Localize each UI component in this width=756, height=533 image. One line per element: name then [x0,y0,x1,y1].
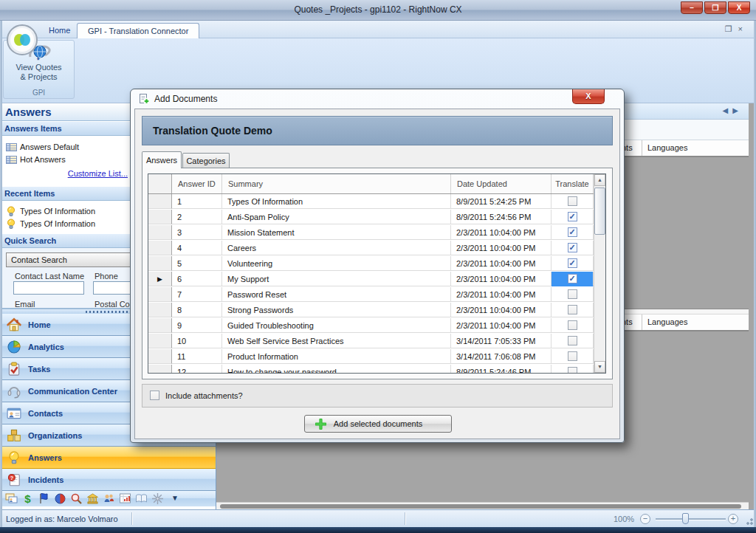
translate-checkbox[interactable] [568,305,577,314]
chart-grid-icon[interactable] [119,492,131,505]
column-languages[interactable]: Languages [647,317,687,326]
dialog-tab-answers[interactable]: Answers [142,151,182,168]
toolbar-overflow-chevron-icon[interactable]: ▼ [171,494,179,502]
add-selected-documents-label: Add selected documents [334,419,422,428]
translate-cell[interactable]: ✓ [551,210,594,224]
date-updated-cell: 8/9/2011 5:24:56 PM [451,210,551,224]
zoom-out-button[interactable]: − [640,514,650,524]
application-logo-icon[interactable] [6,24,38,56]
row-header [148,365,172,373]
add-selected-documents-button[interactable]: Add selected documents [304,415,452,433]
dollar-icon[interactable]: $ [21,492,34,505]
answer-id-cell: 12 [172,365,222,373]
table-row[interactable]: 8Strong Passwords2/3/2011 10:04:00 PM [148,303,594,318]
translate-checkbox[interactable]: ✓ [568,227,577,237]
table-row[interactable]: 3Mission Statement2/3/2011 10:04:00 PM✓ [148,225,594,241]
translate-checkbox[interactable] [568,336,577,345]
sidebar-item-answers[interactable]: Answers [0,447,216,469]
resize-grip[interactable] [744,516,753,525]
logged-in-status: Logged in as: Marcelo Volmaro [6,515,118,523]
column-languages[interactable]: Languages [647,143,687,152]
status-divider [131,512,133,525]
column-header-answer-id[interactable]: Answer ID [172,174,222,193]
zoom-slider-track[interactable] [656,518,726,520]
table-row[interactable]: 4Careers2/3/2011 10:04:00 PM✓ [148,241,594,256]
zoom-slider-thumb[interactable] [682,513,689,524]
table-row[interactable]: ▶6My Support2/3/2011 10:04:00 PM✓ [148,272,594,287]
translate-checkbox[interactable]: ✓ [568,243,577,252]
sidebar-item-incidents[interactable]: ?Incidents [0,469,216,491]
flag-icon[interactable] [38,492,50,505]
scroll-right-icon[interactable]: ▶ [732,106,743,114]
scrollbar-thumb[interactable] [220,504,741,509]
horizontal-scrollbar[interactable] [216,502,749,509]
translate-checkbox[interactable] [568,351,577,361]
tab-gpi-translation-connector[interactable]: GPI - Translation Connector [77,23,199,38]
workspace-restore-icon[interactable]: ❐ [725,24,738,33]
translate-checkbox[interactable] [568,320,577,330]
table-row[interactable]: 5Volunteering2/3/2011 10:04:00 PM✓ [148,256,594,272]
scrollbar-thumb[interactable] [594,188,605,235]
translate-cell[interactable] [551,334,594,348]
customize-list-link[interactable]: Customize List... [68,169,128,178]
table-row[interactable]: 10Web Self Service Best Practices3/14/20… [148,334,594,349]
contact-cards-icon[interactable] [5,492,18,505]
scroll-down-icon[interactable]: ▼ [594,361,605,373]
translate-cell[interactable] [551,318,594,333]
translate-cell[interactable] [551,287,594,302]
sparkle-icon[interactable] [151,492,164,505]
vertical-scrollbar[interactable]: ▲ ▼ [594,174,605,373]
dialog-title: Add Documents [154,94,217,104]
scroll-left-icon[interactable]: ◀ [723,106,733,114]
sidebar-icon-toolbar: ▼ $ [0,491,216,506]
translate-cell[interactable]: ✓ [551,241,594,255]
pie-icon[interactable] [54,492,66,505]
table-row[interactable]: 9Guided Troubleshooting2/3/2011 10:04:00… [148,318,594,334]
sidebar-item-label: Tasks [28,365,50,374]
window-titlebar: Quotes _Projects - gpi1102 - RightNow CX… [0,0,756,21]
translate-cell[interactable] [551,194,594,209]
date-updated-cell: 2/3/2011 10:04:00 PM [451,241,551,255]
field-label-email: Email [15,300,35,309]
column-header-summary[interactable]: Summary [222,174,451,193]
dialog-tab-categories[interactable]: Categories [182,153,230,168]
translate-cell[interactable]: ✓ [551,272,594,286]
translate-checkbox[interactable] [568,367,577,373]
table-row[interactable]: 2Anti-Spam Policy8/9/2011 5:24:56 PM✓ [148,210,594,225]
translate-cell[interactable]: ✓ [551,225,594,240]
translate-cell[interactable] [551,303,594,317]
table-row[interactable]: 12How to change your password8/9/2011 5:… [148,365,594,373]
translate-checkbox[interactable]: ✓ [568,274,577,283]
column-divider [642,140,642,156]
dialog-titlebar[interactable]: Add Documents X [131,89,624,109]
restore-button[interactable]: ❐ [704,1,726,14]
answer-id-cell: 5 [172,256,222,271]
zoom-in-button[interactable]: + [728,514,738,524]
close-button[interactable]: X [728,1,750,14]
answer-id-cell: 2 [172,210,222,224]
scroll-up-icon[interactable]: ▲ [594,174,605,186]
sidebar-item-label: Incidents [28,475,63,484]
bank-icon[interactable] [86,492,99,505]
minimize-button[interactable]: – [681,1,703,14]
translate-checkbox[interactable]: ✓ [568,258,577,268]
translate-cell[interactable] [551,365,594,373]
contact-last-name-field[interactable] [13,281,84,295]
dialog-close-button[interactable]: X [572,89,605,104]
table-row[interactable]: 11Product Information3/14/2011 7:06:08 P… [148,349,594,365]
column-header-translate[interactable]: Translate [551,174,594,193]
workspace-close-icon[interactable]: × [738,24,749,33]
table-row[interactable]: 7Password Reset2/3/2011 10:04:00 PM [148,287,594,303]
search-icon[interactable] [70,492,83,505]
book-icon[interactable] [135,492,148,505]
translate-cell[interactable]: ✓ [551,256,594,271]
table-row[interactable]: 1Types Of Information8/9/2011 5:24:25 PM [148,194,594,210]
include-attachments-checkbox[interactable] [150,391,159,400]
translate-checkbox[interactable] [568,196,577,206]
tab-home[interactable]: Home [38,23,80,38]
translate-checkbox[interactable] [568,289,577,299]
people-icon[interactable] [103,492,115,505]
column-header-date-updated[interactable]: Date Updated [451,174,551,193]
translate-checkbox[interactable]: ✓ [568,212,577,221]
translate-cell[interactable] [551,349,594,364]
